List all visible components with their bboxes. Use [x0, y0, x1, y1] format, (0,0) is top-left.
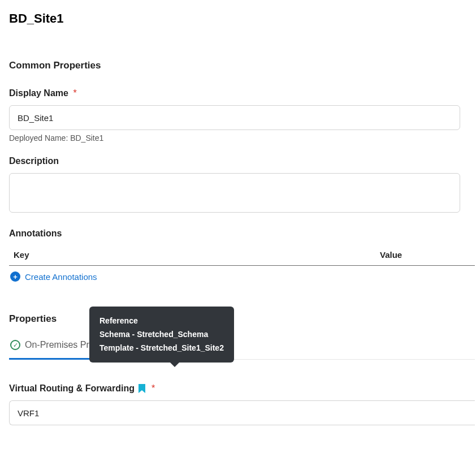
- tooltip-line3: Template - Stretched_Site1_Site2: [99, 342, 224, 355]
- bookmark-icon: [138, 384, 146, 394]
- check-circle-icon: ✓: [10, 340, 20, 350]
- annotations-label: Annotations: [9, 228, 467, 239]
- display-name-label: Display Name: [9, 88, 68, 98]
- create-annotations-row[interactable]: + Create Annotations: [9, 266, 467, 287]
- required-indicator: *: [73, 88, 76, 98]
- tooltip-line2: Schema - Stretched_Schema: [99, 328, 224, 342]
- tooltip-line1: Reference: [99, 314, 224, 328]
- vrf-field: Virtual Routing & Forwarding *: [9, 383, 467, 425]
- annotations-table-header: Key Value: [9, 244, 475, 266]
- annotations-field: Annotations Key Value + Create Annotatio…: [9, 228, 467, 287]
- plus-circle-icon: +: [10, 271, 20, 282]
- page-title: BD_Site1: [9, 11, 467, 26]
- display-name-input[interactable]: [9, 105, 460, 130]
- reference-tooltip: Reference Schema - Stretched_Schema Temp…: [89, 307, 234, 363]
- display-name-field: Display Name * Deployed Name: BD_Site1: [9, 88, 467, 143]
- properties-tabs: ✓ On-Premises Properties Reference Schem…: [9, 339, 475, 360]
- annotations-key-header: Key: [14, 250, 380, 260]
- vrf-label: Virtual Routing & Forwarding: [9, 383, 135, 394]
- vrf-select[interactable]: [9, 400, 475, 425]
- description-input[interactable]: [9, 173, 460, 213]
- required-indicator: *: [152, 383, 155, 394]
- description-label: Description: [9, 156, 59, 166]
- common-properties-heading: Common Properties: [9, 60, 467, 71]
- description-field: Description: [9, 156, 467, 215]
- properties-heading: Properties: [9, 313, 467, 325]
- annotations-value-header: Value: [380, 250, 470, 260]
- deployed-name-helper: Deployed Name: BD_Site1: [9, 133, 467, 143]
- create-annotations-link[interactable]: Create Annotations: [25, 272, 97, 282]
